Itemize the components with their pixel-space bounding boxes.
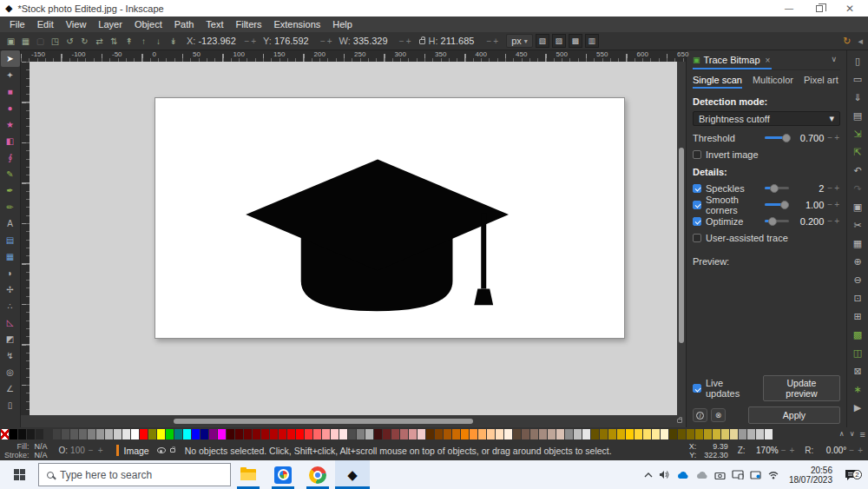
palette-swatch[interactable] (539, 429, 547, 439)
palette-swatch[interactable] (565, 429, 573, 439)
close-button[interactable]: ✕ (845, 3, 854, 14)
menu-item[interactable]: Help (326, 17, 358, 32)
palette-swatch[interactable] (435, 429, 443, 439)
vertical-ruler[interactable] (21, 62, 30, 415)
palette-swatch[interactable] (62, 429, 69, 439)
palette-swatch[interactable] (122, 429, 130, 439)
star-tool[interactable]: ★ (1, 116, 20, 133)
zoom-in-icon[interactable]: ⊕ (849, 253, 867, 271)
palette-swatch[interactable] (114, 429, 122, 439)
palette-swatch[interactable] (96, 429, 104, 439)
palette-swatch[interactable] (305, 429, 312, 439)
palette-swatch[interactable] (617, 429, 625, 439)
palette-swatch[interactable] (357, 429, 365, 439)
palette-swatch[interactable] (270, 429, 278, 439)
flip-horizontal-icon[interactable]: ⇄ (92, 36, 107, 46)
menu-item[interactable]: File (3, 17, 31, 32)
palette-swatch[interactable] (765, 429, 773, 439)
live-updates-checkbox[interactable] (693, 384, 701, 393)
zoom-page-icon[interactable]: ⊞ (849, 307, 867, 326)
move-gradients-toggle[interactable]: ▩ (569, 34, 582, 48)
palette-swatch[interactable] (18, 429, 26, 439)
palette-swatch[interactable] (235, 429, 243, 439)
palette-swatch[interactable] (348, 429, 356, 439)
palette-swatch[interactable] (218, 429, 226, 439)
rotation-minus[interactable]: − (848, 446, 855, 455)
taskbar-search[interactable] (38, 463, 231, 486)
palette-menu-icon[interactable]: ≡ (858, 429, 868, 439)
taskbar-inkscape[interactable]: ◆ (335, 460, 370, 489)
palette-swatch[interactable] (383, 429, 391, 439)
zoom-value[interactable]: 170% (747, 446, 779, 455)
smooth-corners-slider[interactable] (765, 203, 789, 206)
palette-swatch[interactable] (70, 429, 78, 439)
palette-swatch[interactable] (730, 429, 738, 439)
palette-swatch[interactable] (261, 429, 269, 439)
palette-swatch[interactable] (374, 429, 382, 439)
x-plus[interactable]: + (250, 36, 257, 46)
abort-button[interactable]: ⊗ (711, 408, 726, 422)
text-tool[interactable]: A (1, 215, 20, 232)
palette-swatch[interactable] (148, 429, 156, 439)
palette-swatch[interactable] (608, 429, 616, 439)
w-plus[interactable]: + (405, 36, 412, 46)
palette-swatch[interactable] (201, 429, 208, 439)
cloud-icon[interactable] (695, 471, 708, 479)
palette-swatch[interactable] (513, 429, 521, 439)
minimize-button[interactable]: — (785, 4, 793, 13)
layer-visibility-icon[interactable] (157, 447, 166, 453)
palette-swatch[interactable] (174, 429, 182, 439)
palette-swatch[interactable] (626, 429, 634, 439)
palette-swatch[interactable] (530, 429, 538, 439)
zoom-1to1-icon[interactable]: ⊡ (849, 289, 867, 307)
palette-swatch[interactable] (166, 429, 174, 439)
tray-chevron-up-icon[interactable] (644, 472, 653, 479)
optimize-checkbox[interactable] (693, 217, 701, 226)
zoom-tool[interactable]: ◎ (1, 364, 20, 380)
palette-swatch[interactable] (643, 429, 651, 439)
connector-tool[interactable]: ↯ (1, 347, 20, 364)
palette-swatch[interactable] (695, 429, 703, 439)
palette-swatch[interactable] (79, 429, 87, 439)
expand-dialogs-icon[interactable]: ▶ (849, 399, 867, 417)
speckles-plus[interactable]: + (833, 183, 840, 193)
palette-swatch[interactable] (461, 429, 469, 439)
spiral-tool[interactable]: ∮ (1, 149, 20, 166)
select-all-layers-icon[interactable]: ▦ (18, 36, 33, 46)
speckles-slider[interactable] (765, 187, 789, 189)
calligraphy-tool[interactable]: ✏ (1, 199, 20, 215)
deselect-icon[interactable]: ▢ (33, 36, 48, 46)
palette-swatch[interactable] (496, 429, 503, 439)
unit-dropdown[interactable]: px ▾ (506, 34, 533, 48)
palette-swatch[interactable] (756, 429, 764, 439)
zoom-out-icon[interactable]: ⊖ (849, 271, 867, 289)
close-dialog-icon[interactable]: × (766, 56, 771, 65)
palette-swatch[interactable] (747, 429, 755, 439)
apply-button[interactable]: Apply (748, 406, 840, 424)
palette-swatch[interactable] (131, 429, 139, 439)
rotate-ccw-icon[interactable]: ↺ (62, 36, 77, 46)
scale-corners-toggle[interactable]: ▨ (552, 34, 566, 48)
rectangle-tool[interactable]: ■ (1, 83, 20, 100)
optimize-minus[interactable]: − (826, 216, 833, 226)
speckles-minus[interactable]: − (826, 183, 833, 193)
vertical-scrollbar[interactable] (677, 62, 686, 415)
volume-icon[interactable] (659, 470, 670, 479)
palette-swatch[interactable] (391, 429, 399, 439)
horizontal-scroll-thumb[interactable] (174, 419, 473, 424)
palette-swatch[interactable] (140, 429, 148, 439)
smooth-plus[interactable]: + (833, 200, 840, 209)
opacity-value[interactable]: 100 (70, 446, 85, 455)
wifi-icon[interactable] (767, 470, 779, 479)
dock-menu-chevron-icon[interactable]: ∨ (831, 53, 840, 63)
y-minus[interactable]: − (319, 36, 326, 46)
palette-swatch[interactable] (296, 429, 304, 439)
smooth-corners-checkbox[interactable] (693, 201, 701, 209)
smooth-minus[interactable]: − (826, 200, 833, 209)
taskbar-file-explorer[interactable] (231, 460, 266, 489)
palette-swatch[interactable] (53, 429, 61, 439)
palette-swatch[interactable] (313, 429, 321, 439)
dropper-tool[interactable]: ◗ (1, 265, 20, 281)
open-document-icon[interactable]: ▭ (849, 70, 867, 89)
start-button[interactable] (0, 460, 38, 489)
